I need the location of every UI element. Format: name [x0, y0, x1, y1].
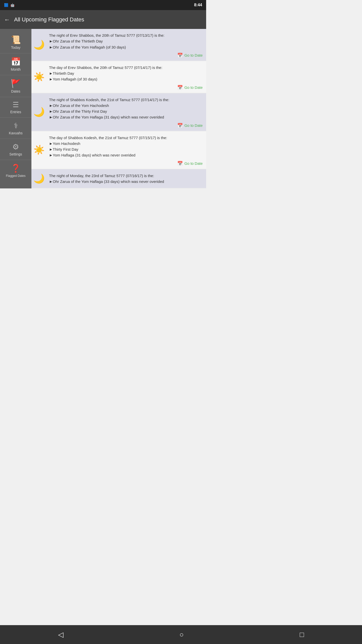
go-to-date-row-1: 📅 Go to Date	[49, 53, 203, 58]
help-icon: ❓	[11, 164, 21, 173]
sidebar: 📜 Today 📅 Month 🚩 Dates ☰ Entries ⚕ Kavu…	[0, 29, 31, 188]
sun-icon-2: ☀️	[31, 131, 47, 169]
date-card-text-4: The day of Shabbos Kodesh, the 21st of T…	[49, 135, 203, 158]
go-to-date-button-4[interactable]: 📅 Go to Date	[177, 161, 203, 166]
go-to-date-label-3: Go to Date	[184, 123, 203, 128]
go-to-date-row-4: 📅 Go to Date	[49, 161, 203, 166]
sun-icon-1: ☀️	[31, 61, 47, 93]
sidebar-label-entries: Entries	[10, 110, 21, 114]
calendar-icon: 📅	[11, 57, 21, 66]
calendar-small-icon-1: 📅	[177, 53, 183, 58]
moon-icon-3: 🌙	[31, 169, 47, 188]
date-card-3: 🌙 The night of Shabbos Kodesh, the 21st …	[31, 93, 206, 131]
gear-icon: ⚙	[12, 142, 19, 151]
go-to-date-button-1[interactable]: 📅 Go to Date	[177, 53, 203, 58]
kavuahs-icon: ⚕	[14, 121, 18, 130]
calendar-small-icon-3: 📅	[177, 123, 183, 128]
sidebar-item-kavuahs[interactable]: ⚕ Kavuahs	[0, 118, 31, 139]
go-to-date-label-2: Go to Date	[184, 85, 203, 90]
flag-icon: 🚩	[11, 79, 21, 88]
content-area: 🌙 The night of Erev Shabbos, the 20th of…	[31, 29, 206, 188]
date-card-content-1: The night of Erev Shabbos, the 20th of T…	[47, 29, 206, 61]
calendar-small-icon-4: 📅	[177, 161, 183, 166]
sidebar-item-dates[interactable]: 🚩 Dates	[0, 75, 31, 97]
go-to-date-label-4: Go to Date	[184, 161, 203, 166]
notification-icon: 🟦	[4, 3, 8, 7]
page-title: All Upcoming Flagged Dates	[14, 16, 84, 23]
back-button[interactable]: ←	[4, 16, 10, 23]
calendar-small-icon-2: 📅	[177, 85, 183, 90]
go-to-date-row-3: 📅 Go to Date	[49, 123, 203, 128]
go-to-date-row-2: 📅 Go to Date	[49, 85, 203, 90]
entries-icon: ☰	[13, 101, 19, 109]
sidebar-item-month[interactable]: 📅 Month	[0, 53, 31, 75]
sidebar-label-today: Today	[11, 46, 20, 50]
status-bar-left: 🟦 🤖	[4, 3, 15, 7]
scroll-icon: 📜	[11, 35, 21, 45]
go-to-date-button-2[interactable]: 📅 Go to Date	[177, 85, 203, 90]
date-card-text-2: The day of Erev Shabbos, the 20th of Tam…	[49, 65, 203, 82]
go-to-date-label-1: Go to Date	[184, 53, 203, 57]
moon-icon-2: 🌙	[31, 93, 47, 131]
status-bar: 🟦 🤖 8:44	[0, 0, 206, 10]
date-card-text-1: The night of Erev Shabbos, the 20th of T…	[49, 32, 203, 50]
date-card-text-5: The night of Monday, the 23rd of Tamuz 5…	[49, 173, 203, 185]
sidebar-label-month: Month	[11, 67, 21, 71]
sidebar-item-entries[interactable]: ☰ Entries	[0, 97, 31, 118]
date-card-content-2: The day of Erev Shabbos, the 20th of Tam…	[47, 61, 206, 93]
date-card-content-4: The day of Shabbos Kodesh, the 21st of T…	[47, 131, 206, 169]
sidebar-label-settings: Settings	[9, 152, 22, 156]
date-card-content-3: The night of Shabbos Kodesh, the 21st of…	[47, 93, 206, 131]
main-container: 📜 Today 📅 Month 🚩 Dates ☰ Entries ⚕ Kavu…	[0, 29, 206, 188]
date-card-content-5: The night of Monday, the 23rd of Tamuz 5…	[47, 169, 206, 188]
date-card-text-3: The night of Shabbos Kodesh, the 21st of…	[49, 97, 203, 120]
date-card-2: ☀️ The day of Erev Shabbos, the 20th of …	[31, 61, 206, 93]
go-to-date-button-3[interactable]: 📅 Go to Date	[177, 123, 203, 128]
sidebar-item-today[interactable]: 📜 Today	[0, 31, 31, 53]
moon-icon-1: 🌙	[31, 29, 47, 61]
date-card-5: 🌙 The night of Monday, the 23rd of Tamuz…	[31, 169, 206, 188]
app-header: ← All Upcoming Flagged Dates	[0, 10, 206, 29]
sidebar-label-kavuahs: Kavuahs	[9, 131, 22, 135]
sidebar-label-dates: Dates	[11, 89, 20, 93]
date-card-1: 🌙 The night of Erev Shabbos, the 20th of…	[31, 29, 206, 61]
status-bar-time: 8:44	[194, 3, 202, 7]
sidebar-item-flagged-dates[interactable]: ❓ Flagged Dates	[0, 160, 31, 181]
sidebar-item-settings[interactable]: ⚙ Settings	[0, 139, 31, 160]
date-card-4: ☀️ The day of Shabbos Kodesh, the 21st o…	[31, 131, 206, 169]
android-icon: 🤖	[10, 3, 15, 7]
sidebar-label-flagged-dates: Flagged Dates	[6, 174, 25, 178]
